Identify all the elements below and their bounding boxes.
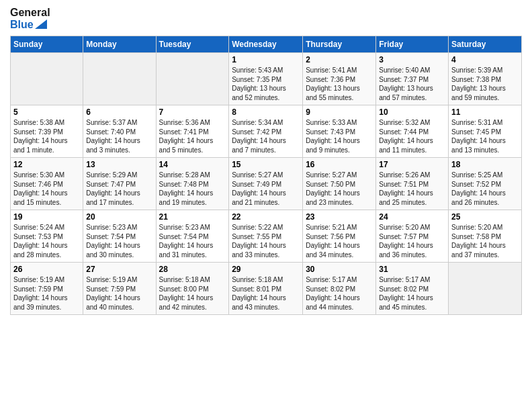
calendar-cell: 8Sunrise: 5:34 AMSunset: 7:42 PMDaylight… — [229, 105, 303, 158]
col-header-tuesday: Tuesday — [156, 36, 229, 53]
calendar-cell: 10Sunrise: 5:32 AMSunset: 7:44 PMDayligh… — [376, 105, 449, 158]
col-header-saturday: Saturday — [449, 36, 522, 53]
day-info: Sunrise: 5:18 AMSunset: 8:00 PMDaylight:… — [159, 275, 226, 312]
day-info: Sunrise: 5:23 AMSunset: 7:54 PMDaylight:… — [86, 223, 152, 259]
day-number: 28 — [159, 265, 226, 274]
header: General Blue — [10, 7, 522, 30]
calendar-cell: 29Sunrise: 5:18 AMSunset: 8:01 PMDayligh… — [229, 263, 303, 315]
calendar-cell: 2Sunrise: 5:41 AMSunset: 7:36 PMDaylight… — [303, 53, 376, 105]
day-number: 7 — [159, 107, 226, 117]
col-header-sunday: Sunday — [11, 36, 83, 53]
day-number: 6 — [86, 107, 152, 117]
calendar-cell: 16Sunrise: 5:27 AMSunset: 7:50 PMDayligh… — [303, 158, 376, 210]
calendar-cell: 3Sunrise: 5:40 AMSunset: 7:37 PMDaylight… — [376, 53, 449, 105]
day-info: Sunrise: 5:39 AMSunset: 7:38 PMDaylight:… — [451, 66, 519, 102]
day-info: Sunrise: 5:22 AMSunset: 7:55 PMDaylight:… — [232, 223, 300, 259]
calendar-week-5: 26Sunrise: 5:19 AMSunset: 7:59 PMDayligh… — [11, 263, 522, 315]
day-info: Sunrise: 5:26 AMSunset: 7:51 PMDaylight:… — [379, 171, 445, 207]
calendar-cell — [83, 53, 156, 105]
day-info: Sunrise: 5:24 AMSunset: 7:53 PMDaylight:… — [13, 223, 80, 259]
calendar-cell: 15Sunrise: 5:27 AMSunset: 7:49 PMDayligh… — [229, 158, 303, 210]
col-header-thursday: Thursday — [303, 36, 376, 53]
calendar-cell: 21Sunrise: 5:23 AMSunset: 7:54 PMDayligh… — [156, 210, 229, 263]
day-number: 22 — [232, 212, 300, 222]
logo-general: General — [10, 7, 50, 19]
day-number: 10 — [379, 107, 445, 117]
logo-arrow-icon — [35, 19, 47, 29]
calendar-week-2: 5Sunrise: 5:38 AMSunset: 7:39 PMDaylight… — [11, 105, 522, 158]
day-number: 29 — [232, 265, 300, 274]
col-header-wednesday: Wednesday — [229, 36, 303, 53]
calendar-header-row: SundayMondayTuesdayWednesdayThursdayFrid… — [11, 36, 522, 53]
day-info: Sunrise: 5:27 AMSunset: 7:49 PMDaylight:… — [232, 171, 300, 207]
day-number: 11 — [451, 107, 519, 117]
calendar-cell: 14Sunrise: 5:28 AMSunset: 7:48 PMDayligh… — [156, 158, 229, 210]
logo: General Blue — [10, 7, 50, 30]
day-number: 1 — [232, 55, 300, 64]
calendar-cell: 9Sunrise: 5:33 AMSunset: 7:43 PMDaylight… — [303, 105, 376, 158]
day-info: Sunrise: 5:34 AMSunset: 7:42 PMDaylight:… — [232, 118, 300, 154]
day-number: 15 — [232, 160, 300, 169]
day-number: 3 — [379, 55, 445, 64]
calendar-cell: 5Sunrise: 5:38 AMSunset: 7:39 PMDaylight… — [11, 105, 83, 158]
day-info: Sunrise: 5:17 AMSunset: 8:02 PMDaylight:… — [306, 275, 373, 312]
day-info: Sunrise: 5:18 AMSunset: 8:01 PMDaylight:… — [232, 275, 300, 312]
day-info: Sunrise: 5:43 AMSunset: 7:35 PMDaylight:… — [232, 66, 300, 102]
logo-blue: Blue — [10, 19, 50, 31]
calendar-cell: 1Sunrise: 5:43 AMSunset: 7:35 PMDaylight… — [229, 53, 303, 105]
day-number: 17 — [379, 160, 445, 169]
day-info: Sunrise: 5:21 AMSunset: 7:56 PMDaylight:… — [306, 223, 373, 259]
calendar-cell: 4Sunrise: 5:39 AMSunset: 7:38 PMDaylight… — [449, 53, 522, 105]
day-info: Sunrise: 5:17 AMSunset: 8:02 PMDaylight:… — [379, 275, 445, 312]
calendar-week-1: 1Sunrise: 5:43 AMSunset: 7:35 PMDaylight… — [11, 53, 522, 105]
day-number: 8 — [232, 107, 300, 117]
day-number: 27 — [86, 265, 152, 274]
col-header-monday: Monday — [83, 36, 156, 53]
day-number: 9 — [306, 107, 373, 117]
day-number: 2 — [306, 55, 373, 64]
calendar-cell: 20Sunrise: 5:23 AMSunset: 7:54 PMDayligh… — [83, 210, 156, 263]
day-number: 14 — [159, 160, 226, 169]
calendar-cell: 23Sunrise: 5:21 AMSunset: 7:56 PMDayligh… — [303, 210, 376, 263]
day-info: Sunrise: 5:19 AMSunset: 7:59 PMDaylight:… — [13, 275, 80, 312]
calendar-cell: 12Sunrise: 5:30 AMSunset: 7:46 PMDayligh… — [11, 158, 83, 210]
day-info: Sunrise: 5:30 AMSunset: 7:46 PMDaylight:… — [13, 171, 80, 207]
calendar-cell — [449, 263, 522, 315]
calendar-cell: 11Sunrise: 5:31 AMSunset: 7:45 PMDayligh… — [449, 105, 522, 158]
day-info: Sunrise: 5:20 AMSunset: 7:57 PMDaylight:… — [379, 223, 445, 259]
day-info: Sunrise: 5:31 AMSunset: 7:45 PMDaylight:… — [451, 118, 519, 154]
calendar-cell — [11, 53, 83, 105]
svg-marker-0 — [35, 19, 47, 29]
day-info: Sunrise: 5:41 AMSunset: 7:36 PMDaylight:… — [306, 66, 373, 102]
calendar-cell: 7Sunrise: 5:36 AMSunset: 7:41 PMDaylight… — [156, 105, 229, 158]
calendar-cell: 27Sunrise: 5:19 AMSunset: 7:59 PMDayligh… — [83, 263, 156, 315]
day-number: 12 — [13, 160, 80, 169]
calendar-cell: 24Sunrise: 5:20 AMSunset: 7:57 PMDayligh… — [376, 210, 449, 263]
calendar-cell: 28Sunrise: 5:18 AMSunset: 8:00 PMDayligh… — [156, 263, 229, 315]
calendar-cell: 6Sunrise: 5:37 AMSunset: 7:40 PMDaylight… — [83, 105, 156, 158]
calendar-cell: 31Sunrise: 5:17 AMSunset: 8:02 PMDayligh… — [376, 263, 449, 315]
day-number: 26 — [13, 265, 80, 274]
day-number: 30 — [306, 265, 373, 274]
day-number: 18 — [451, 160, 519, 169]
day-info: Sunrise: 5:40 AMSunset: 7:37 PMDaylight:… — [379, 66, 445, 102]
page: General Blue SundayMondayTuesdayWednesda… — [0, 0, 532, 411]
day-info: Sunrise: 5:29 AMSunset: 7:47 PMDaylight:… — [86, 171, 152, 207]
calendar-cell: 22Sunrise: 5:22 AMSunset: 7:55 PMDayligh… — [229, 210, 303, 263]
day-info: Sunrise: 5:32 AMSunset: 7:44 PMDaylight:… — [379, 118, 445, 154]
day-number: 5 — [13, 107, 80, 117]
day-number: 23 — [306, 212, 373, 222]
calendar-cell: 17Sunrise: 5:26 AMSunset: 7:51 PMDayligh… — [376, 158, 449, 210]
day-info: Sunrise: 5:36 AMSunset: 7:41 PMDaylight:… — [159, 118, 226, 154]
day-number: 20 — [86, 212, 152, 222]
day-number: 16 — [306, 160, 373, 169]
calendar-cell: 13Sunrise: 5:29 AMSunset: 7:47 PMDayligh… — [83, 158, 156, 210]
day-number: 13 — [86, 160, 152, 169]
day-info: Sunrise: 5:20 AMSunset: 7:58 PMDaylight:… — [451, 223, 519, 259]
day-info: Sunrise: 5:38 AMSunset: 7:39 PMDaylight:… — [13, 118, 80, 154]
day-number: 4 — [451, 55, 519, 64]
calendar-week-4: 19Sunrise: 5:24 AMSunset: 7:53 PMDayligh… — [11, 210, 522, 263]
day-number: 25 — [451, 212, 519, 222]
day-info: Sunrise: 5:25 AMSunset: 7:52 PMDaylight:… — [451, 171, 519, 207]
day-info: Sunrise: 5:19 AMSunset: 7:59 PMDaylight:… — [86, 275, 152, 312]
